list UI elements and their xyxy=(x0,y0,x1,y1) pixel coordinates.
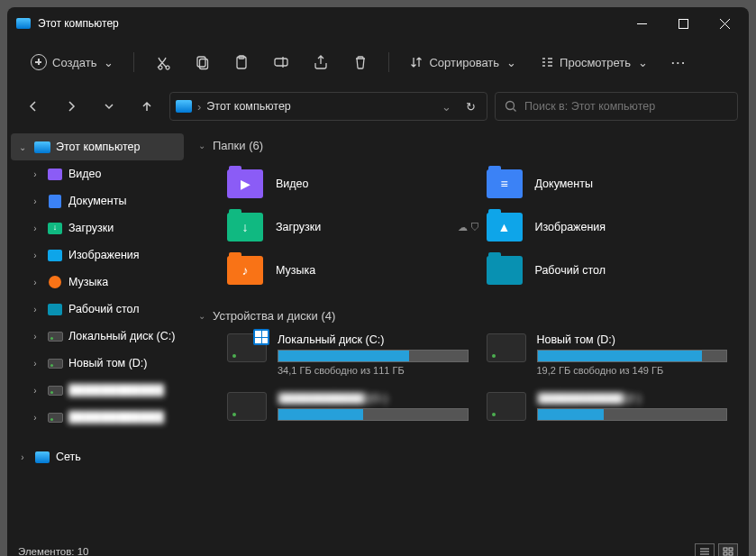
folder-label: Документы xyxy=(535,178,593,190)
share-button[interactable] xyxy=(304,47,338,77)
svg-rect-9 xyxy=(724,552,727,555)
folder-label: Загрузки xyxy=(276,221,321,233)
folder-label: Рабочий стол xyxy=(535,264,606,277)
copy-button[interactable] xyxy=(185,47,219,77)
plus-icon xyxy=(31,54,47,70)
content: ⌄ Папки (6) ▶Видео≡Документы↓Загрузки☁ ⛉… xyxy=(187,128,749,540)
expand-icon: › xyxy=(29,359,41,369)
drive-item[interactable]: ███████████ (G:) xyxy=(227,392,469,424)
address-sep: › xyxy=(197,100,201,114)
folders-grid: ▶Видео≡Документы↓Загрузки☁ ⛉▲Изображения… xyxy=(191,156,745,305)
sidebar-item-label: Видео xyxy=(68,168,102,180)
recent-button[interactable] xyxy=(94,91,124,122)
svg-rect-2 xyxy=(200,59,208,69)
forward-button[interactable] xyxy=(56,91,87,122)
expand-icon: › xyxy=(29,413,41,423)
drive-icon xyxy=(227,392,267,421)
minimize-button[interactable] xyxy=(621,7,662,40)
address-bar[interactable]: › Этот компьютер ⌄ ↻ xyxy=(169,92,487,121)
cut-button[interactable] xyxy=(145,47,179,77)
close-button[interactable] xyxy=(704,7,745,40)
expand-icon: › xyxy=(16,452,29,462)
toolbar: Создать ⌄ Сортировать ⌄ Просмотреть ⌄ ··… xyxy=(7,40,749,85)
drive-item[interactable]: ███████████ (I:) xyxy=(487,392,728,424)
sidebar-item-label: Музыка xyxy=(68,276,108,288)
drive-name: Новый том (D:) xyxy=(537,333,728,346)
expand-icon: › xyxy=(29,169,41,179)
sidebar-item-2[interactable]: ›Документы xyxy=(11,187,184,214)
sidebar-item-9[interactable]: ›████████████ xyxy=(11,377,184,404)
down-icon: ↓ xyxy=(47,221,63,235)
svg-rect-7 xyxy=(724,548,727,551)
search-input[interactable] xyxy=(524,100,728,113)
file-explorer-window: Этот компьютер Создать ⌄ Сортировать ⌄ П… xyxy=(7,7,749,556)
pc-icon xyxy=(34,140,50,154)
folder-item[interactable]: ♪Музыка xyxy=(227,250,469,291)
expand-icon: ⌄ xyxy=(16,142,29,152)
delete-button[interactable] xyxy=(343,47,378,77)
folder-item[interactable]: Рабочий стол xyxy=(487,250,728,291)
sidebar-item-label: ████████████ xyxy=(68,384,164,396)
svg-rect-5 xyxy=(275,59,287,66)
sidebar-item-10[interactable]: ›████████████ xyxy=(11,404,184,431)
drive-item[interactable]: Новый том (D:)19,2 ГБ свободно из 149 ГБ xyxy=(487,333,728,376)
sidebar-item-label: Этот компьютер xyxy=(56,141,140,153)
sidebar-item-6[interactable]: ›Рабочий стол xyxy=(11,296,184,323)
drive-free-text: 19,2 ГБ свободно из 149 ГБ xyxy=(537,365,728,376)
sidebar-item-0[interactable]: ⌄Этот компьютер xyxy=(11,133,184,160)
disk-icon xyxy=(47,383,63,397)
paste-button[interactable] xyxy=(224,47,259,77)
breadcrumb[interactable]: Этот компьютер xyxy=(206,100,436,113)
address-dropdown-icon[interactable]: ⌄ xyxy=(442,100,451,114)
tiles-view-button[interactable] xyxy=(718,543,738,556)
folder-item[interactable]: ↓Загрузки xyxy=(227,206,469,248)
sidebar-item-label: Документы xyxy=(68,195,126,207)
folder-item[interactable]: ☁ ⛉▲Изображения xyxy=(487,206,728,248)
separator xyxy=(133,52,134,72)
status-item-count: Элементов: 10 xyxy=(18,546,88,556)
back-button[interactable] xyxy=(18,91,49,122)
sidebar-item-label: ████████████ xyxy=(68,411,164,424)
sidebar-item-1[interactable]: ›Видео xyxy=(11,160,184,187)
docs-icon xyxy=(47,194,63,208)
rename-button[interactable] xyxy=(264,47,298,77)
svg-rect-1 xyxy=(197,57,205,67)
folder-item[interactable]: ▶Видео xyxy=(227,163,469,205)
disk-icon xyxy=(47,329,63,343)
more-button[interactable]: ··· xyxy=(662,47,696,77)
sidebar-item-label: Новый том (D:) xyxy=(68,357,148,369)
folder-icon: ▲ xyxy=(487,213,523,242)
sidebar-item-label: Изображения xyxy=(68,249,140,261)
maximize-button[interactable] xyxy=(662,7,704,40)
sync-badge: ☁ ⛉ xyxy=(458,222,480,233)
sidebar-item-5[interactable]: ›Музыка xyxy=(11,269,184,296)
view-button[interactable]: Просмотреть ⌄ xyxy=(531,47,657,77)
expand-icon: › xyxy=(29,386,41,396)
folder-label: Видео xyxy=(276,178,309,190)
drive-info: ███████████ (G:) xyxy=(278,392,469,424)
sidebar-item-4[interactable]: ›Изображения xyxy=(11,242,184,269)
group-folders-header[interactable]: ⌄ Папки (6) xyxy=(191,135,745,156)
drive-item[interactable]: Локальный диск (C:)34,1 ГБ свободно из 1… xyxy=(227,333,469,376)
sidebar-item-8[interactable]: ›Новый том (D:) xyxy=(11,350,184,377)
expand-icon: › xyxy=(29,332,41,342)
drive-usage-bar xyxy=(537,350,728,362)
chevron-down-icon: ⌄ xyxy=(104,56,114,69)
group-folders-title: Папки (6) xyxy=(213,139,263,152)
group-drives-header[interactable]: ⌄ Устройства и диски (4) xyxy=(191,305,745,326)
chevron-down-icon: ⌄ xyxy=(198,311,205,321)
up-button[interactable] xyxy=(132,91,162,122)
video-icon xyxy=(47,167,63,181)
expand-icon: › xyxy=(29,196,41,206)
folder-item[interactable]: ≡Документы xyxy=(487,163,728,205)
sidebar-item-11[interactable]: ›Сеть xyxy=(11,443,184,470)
details-view-button[interactable] xyxy=(695,543,715,556)
sidebar-item-3[interactable]: ›↓Загрузки xyxy=(11,214,184,242)
refresh-button[interactable]: ↻ xyxy=(460,100,481,114)
sidebar-item-7[interactable]: ›Локальный диск (C:) xyxy=(11,323,184,350)
separator xyxy=(388,52,389,72)
sort-button[interactable]: Сортировать ⌄ xyxy=(400,47,525,77)
music-icon xyxy=(47,275,63,289)
create-button[interactable]: Создать ⌄ xyxy=(22,47,123,77)
search-box[interactable] xyxy=(495,92,738,121)
